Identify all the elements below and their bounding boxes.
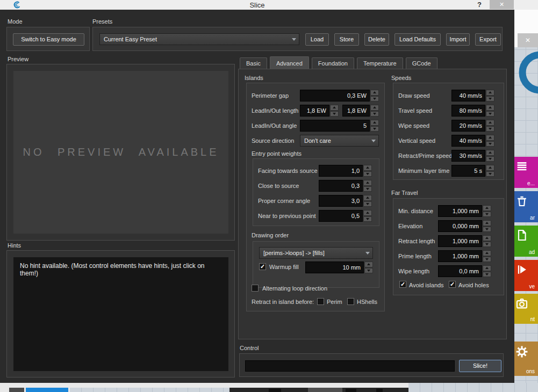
avoid-islands-checkbox[interactable]: ✓ (399, 281, 406, 288)
statusbar-button-fragment (308, 388, 342, 392)
background-close-button[interactable]: ✕ (518, 33, 538, 47)
alternating-loop-checkbox[interactable] (252, 285, 259, 292)
minimum-layer-time-input[interactable]: 5 s (451, 165, 485, 177)
leadinout-angle-label: LeadIn/Out angle (252, 122, 297, 129)
import-button[interactable]: Import (446, 33, 470, 46)
spin-down-button[interactable] (363, 201, 372, 207)
tab-foundation[interactable]: Foundation (312, 57, 354, 70)
load-defaults-button[interactable]: Load Defaults (394, 33, 441, 46)
spin-up-button[interactable] (483, 250, 491, 256)
sidebar-button-load[interactable]: ad (514, 226, 538, 257)
spin-up-button[interactable] (483, 220, 491, 226)
settings-tabbar: Basic Advanced Foundation Temperature GC… (240, 56, 437, 70)
close-to-source-input[interactable]: 0,3 (319, 180, 363, 192)
draw-speed-input[interactable]: 40 mm/s (451, 90, 485, 101)
spin-up-button[interactable] (486, 120, 494, 126)
close-button[interactable]: ✕ (490, 0, 514, 9)
min-distance-input[interactable]: 1,000 mm (438, 205, 482, 217)
spin-down-button[interactable] (486, 126, 494, 132)
spin-down-button[interactable] (363, 171, 372, 177)
retract-length-input[interactable]: 1,000 mm (438, 235, 482, 247)
spin-up-button[interactable] (363, 165, 372, 171)
spin-up-button[interactable] (483, 235, 491, 241)
leadinout-length-input-1[interactable]: 1,8 EW (300, 105, 329, 117)
facing-towards-source-input[interactable]: 1,0 (319, 165, 363, 177)
spin-down-button[interactable] (486, 111, 494, 117)
delete-button[interactable]: Delete (364, 33, 389, 46)
warmup-fill-input[interactable]: 10 mm (305, 262, 364, 273)
spin-up-button[interactable] (486, 150, 494, 156)
sidebar-button-save[interactable]: ve (514, 260, 538, 291)
spin-down-button[interactable] (363, 186, 372, 192)
tab-gcode[interactable]: GCode (406, 57, 437, 70)
drawing-order-select[interactable]: [perims->loops] -> [fills] (259, 247, 373, 259)
elevation-input[interactable]: 0,000 mm (438, 220, 482, 232)
prime-length-input[interactable]: 1,000 mm (438, 250, 482, 262)
proper-corner-angle-input[interactable]: 3,0 (319, 195, 363, 207)
spin-down-button[interactable] (330, 111, 339, 117)
avoid-holes-checkbox[interactable]: ✓ (449, 281, 456, 288)
spin-down-button[interactable] (486, 96, 494, 102)
spin-down-button[interactable] (363, 216, 372, 222)
min-distance-spinbox: 1,000 mm (438, 205, 491, 217)
spin-up-button[interactable] (486, 135, 494, 141)
spin-down-button[interactable] (486, 141, 494, 147)
spin-down-button[interactable] (483, 227, 491, 233)
spin-up-button[interactable] (486, 105, 494, 111)
spin-up-button[interactable] (370, 120, 379, 126)
tab-basic[interactable]: Basic (240, 57, 267, 70)
slice-button[interactable]: Slice! (459, 360, 501, 372)
spin-down-button[interactable] (483, 212, 491, 217)
switch-easy-mode-button[interactable]: Switch to Easy mode (13, 33, 84, 46)
store-button[interactable]: Store (334, 33, 359, 46)
tab-advanced[interactable]: Advanced (270, 56, 309, 70)
export-button[interactable]: Export (475, 33, 501, 46)
leadinout-length-input-2[interactable]: 1,8 EW (342, 105, 370, 117)
sidebar-button-clear[interactable]: ar (514, 191, 538, 222)
spin-up-button[interactable] (370, 90, 379, 96)
wipe-length-input[interactable]: 0,0 mm (438, 265, 482, 277)
retract-prime-speed-input[interactable]: 30 mm/s (451, 150, 485, 162)
spin-down-button[interactable] (370, 126, 379, 132)
wipe-speed-input[interactable]: 20 mm/s (451, 120, 485, 132)
spin-up-button[interactable] (486, 90, 494, 96)
craftware-logo-icon (514, 50, 538, 99)
minimum-layer-time-spinbox: 5 s (451, 165, 494, 177)
near-previous-point-input[interactable]: 0,5 (319, 210, 363, 222)
load-button[interactable]: Load (305, 33, 329, 46)
spin-up-button[interactable] (330, 105, 339, 111)
close-to-source-label: Close to source (258, 183, 299, 189)
travel-speed-input[interactable]: 80 mm/s (451, 105, 485, 117)
leadinout-angle-input[interactable]: 5 (300, 120, 370, 132)
spin-up-button[interactable] (370, 105, 379, 111)
preset-select[interactable]: Current Easy Preset (99, 33, 299, 45)
spin-down-button[interactable] (370, 96, 379, 102)
spin-down-button[interactable] (486, 171, 494, 177)
warmup-fill-checkbox[interactable]: ✓ (259, 263, 266, 270)
spin-up-button[interactable] (483, 205, 491, 211)
sidebar-button-options[interactable]: ons (514, 342, 538, 376)
sidebar-button-slice[interactable]: e... (514, 157, 538, 188)
sidebar-button-print[interactable]: nt (514, 294, 538, 324)
spin-down-button[interactable] (483, 272, 491, 278)
spin-up-button[interactable] (486, 165, 494, 171)
perimeter-gap-input[interactable]: 0,3 EW (300, 90, 370, 101)
perim-checkbox[interactable] (317, 298, 324, 305)
spin-down-button[interactable] (483, 257, 491, 263)
spin-up-button[interactable] (363, 210, 372, 216)
spin-up-button[interactable] (483, 265, 491, 271)
spin-up-button[interactable] (364, 262, 373, 267)
source-direction-select[interactable]: Don't care (300, 135, 379, 147)
spin-up-button[interactable] (363, 195, 372, 201)
hshells-checkbox[interactable] (347, 298, 354, 305)
speeds-group-label: Speeds (391, 75, 411, 81)
help-button[interactable]: ? (477, 1, 482, 9)
wipe-length-label: Wipe length (398, 268, 429, 274)
spin-down-button[interactable] (370, 111, 379, 117)
spin-down-button[interactable] (486, 156, 494, 162)
spin-up-button[interactable] (363, 180, 372, 186)
spin-down-button[interactable] (364, 268, 373, 274)
spin-down-button[interactable] (483, 242, 491, 248)
vertical-speed-input[interactable]: 40 mm/s (451, 135, 485, 147)
tab-temperature[interactable]: Temperature (357, 57, 403, 70)
